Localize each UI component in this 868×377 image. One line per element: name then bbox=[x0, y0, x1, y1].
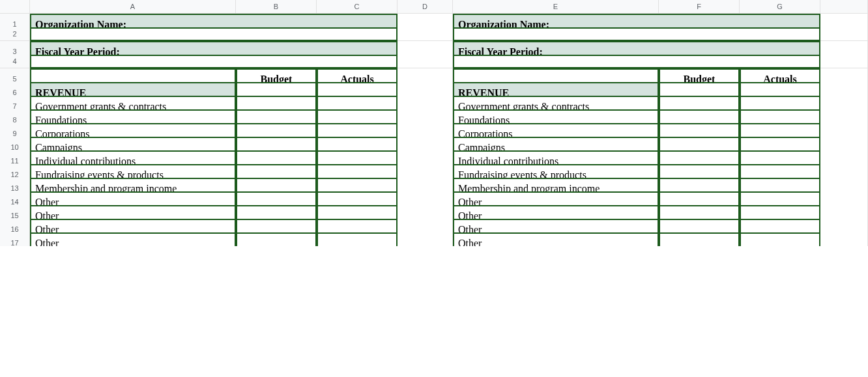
row-header-4[interactable]: 4 bbox=[0, 55, 30, 68]
data-cell[interactable] bbox=[30, 27, 398, 41]
row-header-2[interactable]: 2 bbox=[0, 27, 30, 41]
col-header-F[interactable]: F bbox=[659, 0, 740, 14]
empty-cell[interactable] bbox=[398, 55, 453, 68]
empty-cell[interactable] bbox=[820, 27, 868, 41]
col-header-E[interactable]: E bbox=[453, 0, 659, 14]
data-cell[interactable]: Other bbox=[30, 232, 236, 246]
empty-cell[interactable] bbox=[398, 232, 453, 246]
data-cell[interactable] bbox=[453, 55, 820, 68]
corner-cell[interactable] bbox=[0, 0, 30, 14]
col-header-G[interactable]: G bbox=[740, 0, 820, 14]
empty-cell[interactable] bbox=[398, 27, 453, 41]
col-header-C[interactable]: C bbox=[317, 0, 398, 14]
data-cell[interactable] bbox=[740, 232, 820, 246]
col-header-A[interactable]: A bbox=[30, 0, 236, 14]
empty-cell[interactable] bbox=[820, 232, 868, 246]
data-cell[interactable] bbox=[453, 27, 820, 41]
data-cell[interactable] bbox=[317, 232, 398, 246]
col-header-B[interactable]: B bbox=[236, 0, 317, 14]
row-header-17[interactable]: 17 bbox=[0, 232, 30, 246]
empty-cell[interactable] bbox=[820, 55, 868, 68]
data-cell[interactable] bbox=[30, 55, 398, 68]
data-cell[interactable] bbox=[236, 232, 317, 246]
col-header-extra[interactable] bbox=[820, 0, 868, 14]
data-cell[interactable]: Other bbox=[453, 232, 659, 246]
col-header-D[interactable]: D bbox=[398, 0, 453, 14]
data-cell[interactable] bbox=[659, 232, 740, 246]
